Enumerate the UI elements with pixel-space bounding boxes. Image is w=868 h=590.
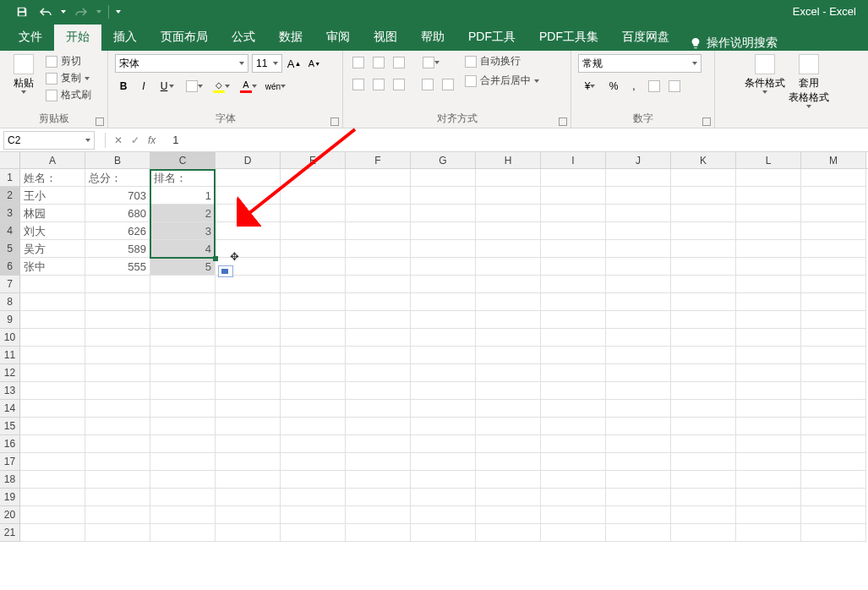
row-header-6[interactable]: 6 bbox=[0, 258, 20, 276]
increase-indent-button[interactable] bbox=[439, 76, 456, 93]
cell-F16[interactable] bbox=[346, 435, 411, 453]
cell-A8[interactable] bbox=[20, 293, 85, 311]
cell-H14[interactable] bbox=[476, 400, 541, 418]
cancel-formula-icon[interactable]: ✕ bbox=[114, 134, 123, 146]
number-format-select[interactable]: 常规 bbox=[578, 54, 701, 73]
align-bottom-button[interactable] bbox=[390, 54, 407, 71]
fill-handle[interactable] bbox=[213, 256, 218, 261]
cell-A3[interactable]: 林园 bbox=[20, 205, 85, 222]
cell-G5[interactable] bbox=[411, 240, 476, 258]
cell-E1[interactable] bbox=[281, 169, 346, 187]
cell-E10[interactable] bbox=[281, 329, 346, 347]
cell-G11[interactable] bbox=[411, 347, 476, 364]
cell-C1[interactable]: 排名： bbox=[150, 169, 216, 187]
cell-G6[interactable] bbox=[411, 258, 476, 276]
cell-E4[interactable] bbox=[281, 222, 346, 240]
font-name-select[interactable]: 宋体 bbox=[115, 54, 248, 73]
cell-E15[interactable] bbox=[281, 418, 346, 435]
column-header-A[interactable]: A bbox=[20, 152, 85, 168]
cell-F9[interactable] bbox=[346, 311, 411, 329]
cell-K12[interactable] bbox=[671, 364, 736, 382]
cell-I8[interactable] bbox=[541, 293, 606, 311]
cell-B6[interactable]: 555 bbox=[85, 258, 150, 276]
row-header-5[interactable]: 5 bbox=[0, 240, 20, 258]
phonetic-button[interactable]: wén bbox=[264, 78, 287, 95]
cell-A11[interactable] bbox=[20, 347, 85, 364]
cell-J9[interactable] bbox=[606, 311, 671, 329]
row-header-2[interactable]: 2 bbox=[0, 187, 20, 205]
cell-A2[interactable]: 王小 bbox=[20, 187, 85, 205]
cell-J6[interactable] bbox=[606, 258, 671, 276]
cell-M17[interactable] bbox=[801, 453, 866, 471]
row-header-14[interactable]: 14 bbox=[0, 400, 20, 418]
cell-M12[interactable] bbox=[801, 364, 866, 382]
cell-J2[interactable] bbox=[606, 187, 671, 205]
cell-A19[interactable] bbox=[20, 489, 85, 506]
cell-C5[interactable]: 4 bbox=[150, 240, 216, 258]
cell-F1[interactable] bbox=[346, 169, 411, 187]
cell-M6[interactable] bbox=[801, 258, 866, 276]
cell-E14[interactable] bbox=[281, 400, 346, 418]
cell-I17[interactable] bbox=[541, 453, 606, 471]
cell-I9[interactable] bbox=[541, 311, 606, 329]
cell-A20[interactable] bbox=[20, 506, 85, 524]
cell-F13[interactable] bbox=[346, 382, 411, 400]
fill-color-button[interactable]: ◇ bbox=[210, 78, 233, 95]
cell-I7[interactable] bbox=[541, 276, 606, 293]
cell-G19[interactable] bbox=[411, 489, 476, 506]
cell-H12[interactable] bbox=[476, 364, 541, 382]
cell-L8[interactable] bbox=[736, 293, 801, 311]
cell-C20[interactable] bbox=[150, 506, 216, 524]
cell-F21[interactable] bbox=[346, 524, 411, 542]
decrease-decimal-button[interactable] bbox=[666, 78, 683, 95]
cell-H17[interactable] bbox=[476, 453, 541, 471]
cell-J1[interactable] bbox=[606, 169, 671, 187]
cell-G8[interactable] bbox=[411, 293, 476, 311]
cell-F6[interactable] bbox=[346, 258, 411, 276]
cell-F2[interactable] bbox=[346, 187, 411, 205]
cell-D1[interactable] bbox=[216, 169, 281, 187]
cell-H4[interactable] bbox=[476, 222, 541, 240]
cell-M21[interactable] bbox=[801, 524, 866, 542]
cell-G9[interactable] bbox=[411, 311, 476, 329]
autofill-options-button[interactable] bbox=[218, 265, 233, 277]
cell-G15[interactable] bbox=[411, 418, 476, 435]
comma-style-button[interactable]: , bbox=[625, 78, 642, 95]
redo-icon[interactable] bbox=[73, 3, 90, 20]
column-header-E[interactable]: E bbox=[281, 152, 346, 168]
cell-A6[interactable]: 张中 bbox=[20, 258, 85, 276]
cell-D11[interactable] bbox=[216, 347, 281, 364]
cell-F15[interactable] bbox=[346, 418, 411, 435]
cell-A9[interactable] bbox=[20, 311, 85, 329]
grow-font-button[interactable]: A▲ bbox=[286, 55, 303, 72]
cell-A1[interactable]: 姓名： bbox=[20, 169, 85, 187]
orientation-button[interactable] bbox=[419, 54, 443, 71]
cell-L12[interactable] bbox=[736, 364, 801, 382]
cell-D10[interactable] bbox=[216, 329, 281, 347]
cell-H18[interactable] bbox=[476, 471, 541, 489]
align-right-button[interactable] bbox=[390, 76, 407, 93]
cell-I16[interactable] bbox=[541, 435, 606, 453]
row-header-3[interactable]: 3 bbox=[0, 205, 20, 222]
cell-M4[interactable] bbox=[801, 222, 866, 240]
cell-M15[interactable] bbox=[801, 418, 866, 435]
cell-F14[interactable] bbox=[346, 400, 411, 418]
cell-B19[interactable] bbox=[85, 489, 150, 506]
paste-more-icon[interactable] bbox=[21, 90, 26, 94]
cell-H19[interactable] bbox=[476, 489, 541, 506]
row-header-21[interactable]: 21 bbox=[0, 524, 20, 542]
decrease-indent-button[interactable] bbox=[419, 76, 436, 93]
column-header-L[interactable]: L bbox=[736, 152, 801, 168]
cell-I19[interactable] bbox=[541, 489, 606, 506]
cell-D17[interactable] bbox=[216, 453, 281, 471]
cell-H8[interactable] bbox=[476, 293, 541, 311]
cell-A18[interactable] bbox=[20, 471, 85, 489]
cell-E8[interactable] bbox=[281, 293, 346, 311]
cell-G2[interactable] bbox=[411, 187, 476, 205]
cell-G3[interactable] bbox=[411, 205, 476, 222]
cell-D16[interactable] bbox=[216, 435, 281, 453]
cell-J14[interactable] bbox=[606, 400, 671, 418]
cell-B4[interactable]: 626 bbox=[85, 222, 150, 240]
cell-A13[interactable] bbox=[20, 382, 85, 400]
cell-J18[interactable] bbox=[606, 471, 671, 489]
